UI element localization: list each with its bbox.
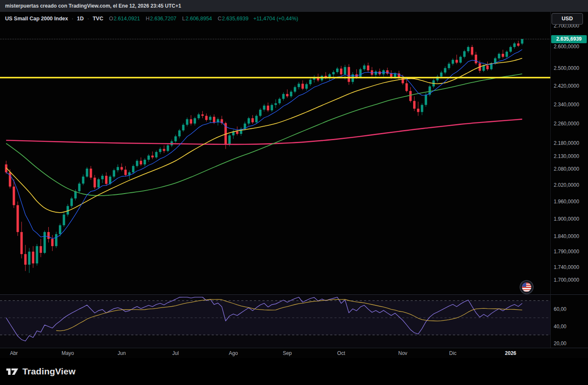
price-scale[interactable]: 2.700,00002.600,00002.500,00002.420,0000… <box>554 23 579 346</box>
svg-text:2026: 2026 <box>505 350 516 356</box>
svg-text:2.500,0000: 2.500,0000 <box>554 65 579 71</box>
last-price-label: 2.635,6939 <box>551 35 587 43</box>
footer-bar: TradingView <box>0 358 588 385</box>
svg-text:2.080,0000: 2.080,0000 <box>554 166 579 172</box>
svg-text:1.900,0000: 1.900,0000 <box>554 216 579 222</box>
chart-area: 2.700,00002.600,00002.500,00002.420,0000… <box>0 12 588 358</box>
svg-text:1.790,0000: 1.790,0000 <box>554 249 579 255</box>
svg-text:Mayo: Mayo <box>61 350 74 356</box>
svg-text:60,00: 60,00 <box>554 306 566 312</box>
change-value: +11,4704 (+0,44%) <box>253 16 298 22</box>
symbol-legend[interactable]: US Small Cap 2000 Index · 1D · TVC O2.61… <box>5 16 298 22</box>
time-scale[interactable]: AbrMayoJunJulAgoSepOctNovDic2026 <box>10 350 516 356</box>
svg-text:2.260,0000: 2.260,0000 <box>554 121 579 127</box>
open-label: O <box>109 16 113 22</box>
svg-text:2.020,0000: 2.020,0000 <box>554 182 579 188</box>
rsi-pane-background <box>0 295 550 347</box>
attribution-bar: misterpuertas creado con TradingView.com… <box>0 0 588 12</box>
svg-text:40,00: 40,00 <box>554 324 566 330</box>
svg-text:1.840,0000: 1.840,0000 <box>554 233 579 239</box>
tradingview-logo-icon <box>6 366 19 377</box>
svg-text:2.600,0000: 2.600,0000 <box>554 44 579 50</box>
attribution-text: misterpuertas creado con TradingView.com… <box>5 3 181 9</box>
interval-label: 1D <box>77 16 84 22</box>
svg-text:Jun: Jun <box>118 350 126 356</box>
svg-text:2.420,0000: 2.420,0000 <box>554 83 579 89</box>
svg-text:Dic: Dic <box>449 350 456 356</box>
us-flag-stripes <box>522 283 531 292</box>
exchange-label: TVC <box>93 16 103 22</box>
currency-button[interactable]: USD <box>552 13 583 25</box>
svg-text:1.700,0000: 1.700,0000 <box>554 277 579 283</box>
svg-text:20,00: 20,00 <box>554 341 566 346</box>
svg-text:Nov: Nov <box>398 350 407 356</box>
high-value: 2.636,7207 <box>150 16 177 22</box>
svg-text:Oct: Oct <box>337 350 345 356</box>
svg-text:Abr: Abr <box>10 350 18 356</box>
candles-layer <box>5 39 524 273</box>
svg-text:Jul: Jul <box>172 350 179 356</box>
svg-text:Sep: Sep <box>283 350 292 356</box>
open-value: 2.614,0921 <box>113 16 140 22</box>
high-label: H <box>146 16 149 22</box>
svg-text:Ago: Ago <box>229 350 238 356</box>
us-flag-icon <box>520 281 533 294</box>
tradingview-logo[interactable]: TradingView <box>6 366 76 377</box>
close-value: 2.635,6939 <box>222 16 248 22</box>
ma-long-line <box>6 119 522 144</box>
svg-text:1.740,0000: 1.740,0000 <box>554 264 579 270</box>
svg-text:2.130,0000: 2.130,0000 <box>554 153 579 159</box>
chart-canvas[interactable]: 2.700,00002.600,00002.500,00002.420,0000… <box>0 12 588 358</box>
low-label: L <box>182 16 185 22</box>
svg-text:2.180,0000: 2.180,0000 <box>554 140 579 146</box>
low-value: 2.606,8954 <box>185 16 212 22</box>
close-label: C <box>218 16 221 22</box>
separator-dot: · <box>72 16 73 22</box>
svg-text:2.340,0000: 2.340,0000 <box>554 102 579 108</box>
symbol-title: US Small Cap 2000 Index <box>5 16 68 22</box>
svg-text:1.960,0000: 1.960,0000 <box>554 199 579 205</box>
separator-dot: · <box>87 16 89 22</box>
tradingview-wordmark: TradingView <box>22 366 76 377</box>
